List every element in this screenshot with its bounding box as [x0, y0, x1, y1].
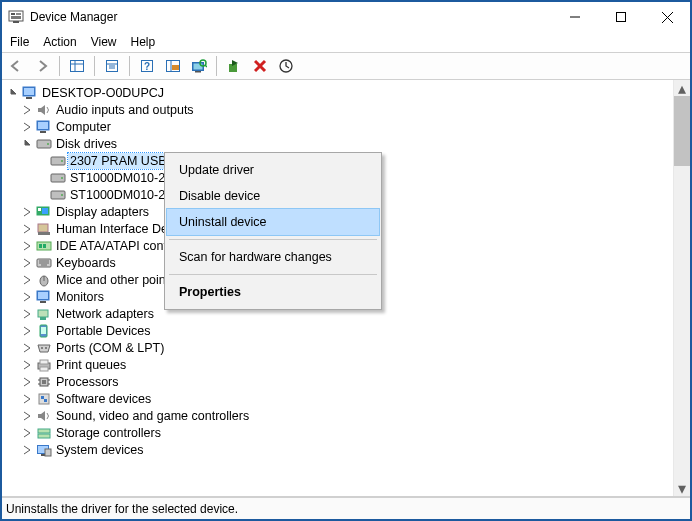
- update-driver-button[interactable]: [222, 54, 246, 78]
- scrollbar-thumb[interactable]: [674, 96, 690, 166]
- tree-label: Computer: [54, 119, 113, 135]
- vertical-scrollbar[interactable]: ▴ ▾: [673, 80, 690, 496]
- svg-rect-83: [41, 454, 45, 456]
- svg-rect-68: [40, 360, 48, 364]
- tree-item-ports[interactable]: Ports (COM & LPT): [6, 339, 673, 356]
- svg-rect-62: [40, 317, 46, 320]
- expander-closed-icon[interactable]: [20, 324, 34, 338]
- system-icon: [34, 443, 54, 457]
- tree-item-sound[interactable]: Sound, video and game controllers: [6, 407, 673, 424]
- maximize-button[interactable]: [598, 2, 644, 32]
- ctx-properties[interactable]: Properties: [167, 279, 379, 305]
- minimize-button[interactable]: [552, 2, 598, 32]
- svg-rect-60: [40, 301, 46, 303]
- menu-view[interactable]: View: [91, 35, 117, 49]
- title-bar: Device Manager: [2, 2, 690, 32]
- expander-closed-icon[interactable]: [20, 205, 34, 219]
- tree-label: Monitors: [54, 289, 106, 305]
- svg-point-66: [45, 347, 47, 349]
- svg-rect-2: [16, 13, 21, 15]
- toolbar-separator: [129, 56, 130, 76]
- tree-item-audio[interactable]: Audio inputs and outputs: [6, 101, 673, 118]
- svg-rect-84: [45, 449, 51, 456]
- expander-closed-icon[interactable]: [20, 103, 34, 117]
- properties-button[interactable]: [100, 54, 124, 78]
- ctx-update-driver[interactable]: Update driver: [167, 157, 379, 183]
- expander-open-icon[interactable]: [20, 137, 34, 151]
- tree-label: Disk drives: [54, 136, 119, 152]
- close-button[interactable]: [644, 2, 690, 32]
- ctx-disable-device[interactable]: Disable device: [167, 183, 379, 209]
- scrollbar-down-arrow[interactable]: ▾: [674, 480, 690, 496]
- expander-closed-icon[interactable]: [20, 358, 34, 372]
- tree-item-system[interactable]: System devices: [6, 441, 673, 458]
- expander-closed-icon[interactable]: [20, 290, 34, 304]
- menu-help[interactable]: Help: [131, 35, 156, 49]
- svg-rect-32: [26, 97, 32, 99]
- expander-closed-icon[interactable]: [20, 307, 34, 321]
- ctx-uninstall-device[interactable]: Uninstall device: [167, 209, 379, 235]
- expander-closed-icon[interactable]: [20, 426, 34, 440]
- hid-icon: [34, 222, 54, 236]
- forward-button[interactable]: [30, 54, 54, 78]
- expander-closed-icon[interactable]: [20, 120, 34, 134]
- tree-item-disk-drives[interactable]: Disk drives: [6, 135, 673, 152]
- help-button[interactable]: ?: [135, 54, 159, 78]
- tree-label: Display adapters: [54, 204, 151, 220]
- expander-closed-icon[interactable]: [20, 341, 34, 355]
- tree-item-printq[interactable]: Print queues: [6, 356, 673, 373]
- toolbar-separator: [94, 56, 95, 76]
- expander-closed-icon[interactable]: [20, 222, 34, 236]
- show-hide-tree-button[interactable]: [65, 54, 89, 78]
- tree-item-portable[interactable]: Portable Devices: [6, 322, 673, 339]
- device-tree[interactable]: DESKTOP-O0DUPCJ Audio inputs and outputs…: [2, 80, 673, 496]
- expander-closed-icon[interactable]: [20, 392, 34, 406]
- mouse-icon: [34, 273, 54, 287]
- tree-item-computer[interactable]: Computer: [6, 118, 673, 135]
- expander-closed-icon[interactable]: [20, 256, 34, 270]
- svg-rect-79: [38, 429, 50, 433]
- scan-hardware-button[interactable]: [187, 54, 211, 78]
- expander-closed-icon[interactable]: [20, 409, 34, 423]
- ctx-separator: [169, 239, 377, 240]
- disable-button[interactable]: [274, 54, 298, 78]
- expander-closed-icon[interactable]: [20, 273, 34, 287]
- action-button[interactable]: [161, 54, 185, 78]
- cpu-icon: [34, 375, 54, 389]
- expander-open-icon[interactable]: [6, 86, 20, 100]
- expander-closed-icon[interactable]: [20, 375, 34, 389]
- uninstall-button[interactable]: [248, 54, 272, 78]
- tree-label: Ports (COM & LPT): [54, 340, 166, 356]
- back-button[interactable]: [4, 54, 28, 78]
- tree-label: Sound, video and game controllers: [54, 408, 251, 424]
- svg-rect-46: [42, 208, 48, 214]
- svg-rect-31: [24, 88, 34, 95]
- expander-closed-icon[interactable]: [20, 443, 34, 457]
- menu-file[interactable]: File: [10, 35, 29, 49]
- svg-rect-51: [43, 244, 46, 248]
- tree-label: Print queues: [54, 357, 128, 373]
- svg-rect-3: [11, 16, 21, 19]
- menu-action[interactable]: Action: [43, 35, 76, 49]
- disk-icon: [48, 155, 68, 167]
- scrollbar-up-arrow[interactable]: ▴: [674, 80, 690, 96]
- expander-closed-icon[interactable]: [20, 239, 34, 253]
- computer-icon: [34, 120, 54, 134]
- display-icon: [34, 205, 54, 219]
- ctx-separator: [169, 274, 377, 275]
- tree-item-processors[interactable]: Processors: [6, 373, 673, 390]
- svg-line-25: [205, 65, 207, 67]
- svg-rect-77: [41, 396, 44, 399]
- tree-root[interactable]: DESKTOP-O0DUPCJ: [6, 84, 673, 101]
- tree-item-software[interactable]: Software devices: [6, 390, 673, 407]
- svg-point-65: [41, 347, 43, 349]
- svg-rect-71: [42, 380, 46, 384]
- menu-bar: File Action View Help: [2, 32, 690, 52]
- tree-label: System devices: [54, 442, 146, 458]
- svg-rect-80: [38, 434, 50, 438]
- tree-item-storage[interactable]: Storage controllers: [6, 424, 673, 441]
- portable-icon: [34, 324, 54, 338]
- svg-point-39: [61, 160, 63, 162]
- ctx-scan-hardware[interactable]: Scan for hardware changes: [167, 244, 379, 270]
- content-area: DESKTOP-O0DUPCJ Audio inputs and outputs…: [2, 80, 690, 497]
